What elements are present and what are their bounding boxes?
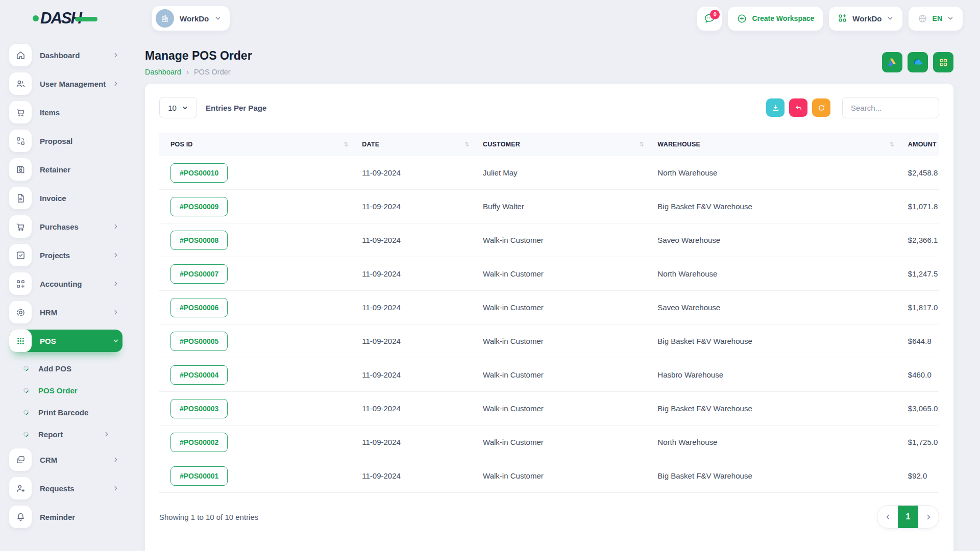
chevron-right-icon	[112, 485, 119, 492]
sort-icon[interactable]: ⇅	[890, 141, 895, 148]
table-row: #POS00003 11-09-2024 Walk-in Customer Bi…	[159, 392, 939, 425]
customer-cell: Walk-in Customer	[483, 404, 657, 413]
sidebar-item-purchases[interactable]: Purchases	[9, 215, 122, 238]
search-input[interactable]	[842, 97, 939, 118]
pos-id-badge[interactable]: #POS00009	[170, 197, 228, 216]
header-action-buttons	[882, 52, 953, 72]
plus-circle-icon	[737, 13, 747, 24]
pos-id-badge[interactable]: #POS00007	[170, 264, 228, 284]
sidebar-item-label: Retainer	[40, 165, 122, 174]
google-drive-button[interactable]	[882, 52, 902, 72]
date-cell: 11-09-2024	[362, 370, 483, 379]
column-header-warehouse: WAREHOUSE	[657, 141, 700, 148]
chevron-right-icon	[112, 80, 119, 87]
customer-cell: Walk-in Customer	[483, 370, 657, 379]
sidebar-item-reminder[interactable]: Reminder	[9, 506, 122, 528]
customer-cell: Juliet May	[483, 168, 657, 177]
pos-id-badge[interactable]: #POS00004	[170, 365, 228, 385]
sidebar-item-label: Projects	[40, 251, 112, 260]
refresh-button[interactable]	[812, 98, 830, 117]
download-icon	[771, 104, 780, 112]
entries-per-page-select[interactable]: 10	[159, 97, 197, 118]
column-header-pos-id: POS ID	[170, 141, 193, 148]
pos-id-badge[interactable]: #POS00001	[170, 466, 228, 486]
create-workspace-button[interactable]: Create Workspace	[728, 7, 823, 31]
amount-cell: $460.0	[908, 370, 939, 379]
column-header-customer: CUSTOMER	[483, 141, 520, 148]
next-page-button[interactable]	[918, 506, 939, 528]
sidebar-item-pos[interactable]: POS	[9, 330, 122, 352]
sort-icon[interactable]: ⇅	[344, 141, 349, 148]
google-drive-icon	[887, 57, 897, 67]
onedrive-button[interactable]	[908, 52, 928, 72]
table-row: #POS00008 11-09-2024 Walk-in Customer Sa…	[159, 223, 939, 257]
grid-view-button[interactable]	[933, 52, 953, 72]
sort-icon[interactable]: ⇅	[639, 141, 644, 148]
sidebar-item-retainer[interactable]: Retainer	[9, 158, 122, 181]
sidebar-item-requests[interactable]: Requests	[9, 477, 122, 499]
chevron-right-icon	[112, 280, 119, 287]
amount-cell: $1,725.0	[908, 438, 939, 446]
globe-icon	[917, 13, 928, 24]
sidebar-subitem-print-barcode[interactable]: Print Barcode	[23, 402, 131, 422]
date-cell: 11-09-2024	[362, 337, 483, 345]
refresh-icon	[817, 104, 826, 112]
bell-icon	[9, 506, 32, 528]
workspace-selector[interactable]: WorkDo	[152, 6, 230, 31]
pos-id-badge[interactable]: #POS00005	[170, 332, 228, 351]
sidebar-item-crm[interactable]: CRM	[9, 448, 122, 471]
workspace-switcher-button[interactable]: WorkDo	[829, 7, 902, 31]
sidebar-item-invoice[interactable]: Invoice	[9, 187, 122, 209]
pos-id-badge[interactable]: #POS00002	[170, 433, 228, 452]
previous-page-button[interactable]	[877, 506, 898, 528]
pos-order-table: POS ID ⇅ DATE ⇅ CUSTOMER ⇅ WAREHOUSE ⇅ A…	[159, 133, 939, 493]
pos-id-badge[interactable]: #POS00006	[170, 298, 228, 317]
main-content: Manage POS Order Dashboard › POS Order	[131, 37, 980, 551]
create-workspace-label: Create Workspace	[752, 14, 814, 22]
topbar-actions: 0 Create Workspace WorkDo	[697, 7, 963, 31]
sidebar-item-items[interactable]: Items	[9, 101, 122, 123]
pos-id-badge[interactable]: #POS00008	[170, 231, 228, 250]
amount-cell: $92.0	[908, 471, 939, 480]
sidebar-item-accounting[interactable]: Accounting	[9, 272, 122, 295]
undo-button[interactable]	[789, 98, 807, 117]
home-icon	[9, 44, 32, 66]
customer-cell: Walk-in Customer	[483, 337, 657, 345]
workspace-name: WorkDo	[180, 14, 209, 23]
sidebar-item-user-management[interactable]: User Management	[9, 72, 122, 95]
amount-cell: $1,247.5	[908, 269, 939, 278]
date-cell: 11-09-2024	[362, 269, 483, 278]
messages-button[interactable]: 0	[697, 7, 722, 31]
switcher-label: WorkDo	[852, 14, 881, 23]
chevron-down-icon	[182, 105, 188, 111]
sidebar-subitem-add-pos[interactable]: Add POS	[23, 358, 131, 379]
dots-grid-icon	[9, 330, 32, 352]
grid-icon	[939, 58, 948, 67]
warehouse-cell: Saveo Warehouse	[657, 236, 908, 244]
sidebar-subitem-report[interactable]: Report	[23, 424, 131, 444]
sidebar-subitem-pos-order[interactable]: POS Order	[23, 380, 131, 400]
pos-id-badge[interactable]: #POS00010	[170, 163, 228, 183]
brand-logo[interactable]: DASH	[33, 9, 109, 28]
sidebar-item-hrm[interactable]: HRM	[9, 301, 122, 323]
sort-icon[interactable]: ⇅	[464, 141, 470, 148]
breadcrumb-dashboard-link[interactable]: Dashboard	[145, 68, 181, 76]
table-row: #POS00005 11-09-2024 Walk-in Customer Bi…	[159, 324, 939, 358]
language-label: EN	[933, 14, 942, 22]
sidebar-item-label: Reminder	[40, 513, 122, 521]
sidebar-item-proposal[interactable]: Proposal	[9, 130, 122, 152]
customer-cell: Walk-in Customer	[483, 269, 657, 278]
page-title: Manage POS Order	[145, 49, 252, 63]
logo-dash-shape	[75, 17, 97, 21]
sidebar-item-dashboard[interactable]: Dashboard	[9, 44, 122, 66]
warehouse-cell: Hasbro Warehouse	[657, 370, 908, 379]
sidebar-item-projects[interactable]: Projects	[9, 244, 122, 266]
language-button[interactable]: EN	[909, 7, 963, 31]
current-page-button[interactable]: 1	[898, 506, 918, 528]
export-download-button[interactable]	[766, 98, 785, 117]
column-header-date: DATE	[362, 141, 379, 148]
chevron-right-icon	[103, 431, 110, 438]
bullet-ring-icon	[22, 387, 30, 394]
table-row: #POS00010 11-09-2024 Juliet May North Wa…	[159, 156, 939, 190]
pos-id-badge[interactable]: #POS00003	[170, 399, 228, 418]
